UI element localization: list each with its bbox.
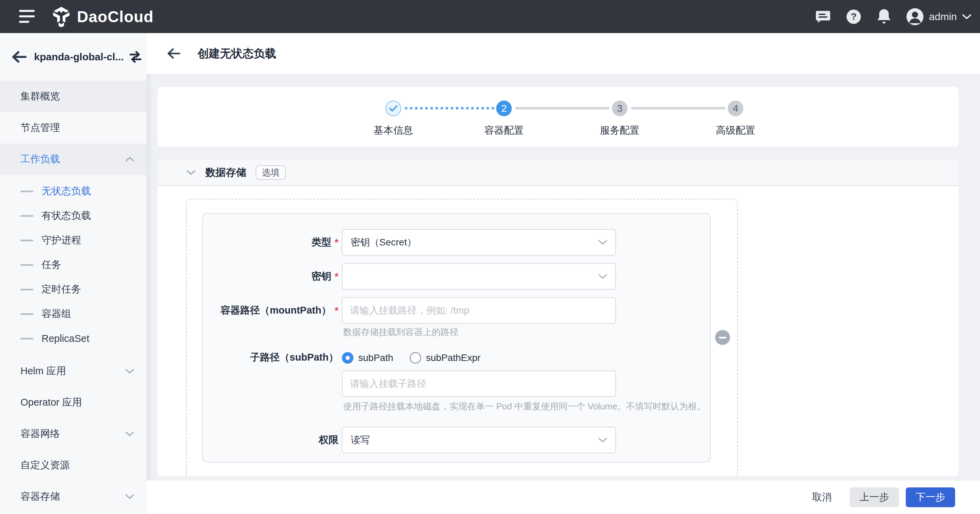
section-data-storage-header[interactable]: 数据存储 选填 xyxy=(158,160,959,186)
sidebar-item-pods[interactable]: 容器组 xyxy=(0,302,146,326)
chevron-down-icon xyxy=(598,437,607,443)
help-icon[interactable]: ? xyxy=(846,9,862,24)
messages-icon[interactable] xyxy=(815,9,831,24)
sidebar-item-helm-apps[interactable]: Helm 应用 xyxy=(0,356,146,387)
svg-text:?: ? xyxy=(851,11,857,22)
step-4-circle[interactable]: 4 xyxy=(728,101,743,116)
step-3-circle[interactable]: 3 xyxy=(612,101,628,116)
optional-badge: 选填 xyxy=(256,165,286,180)
avatar xyxy=(907,8,923,25)
sidebar-item-workloads[interactable]: 工作负载 xyxy=(0,144,146,175)
step-connector xyxy=(515,107,609,109)
type-label: 类型* xyxy=(203,229,339,255)
sidebar-item-replicasets[interactable]: ReplicaSet xyxy=(0,326,146,351)
dash-icon xyxy=(21,264,33,266)
chevron-down-icon xyxy=(598,239,607,245)
brand-name: DaoCloud xyxy=(77,8,154,26)
page-back-button[interactable] xyxy=(167,48,180,59)
sidebar-item-container-network[interactable]: 容器网络 xyxy=(0,418,146,450)
step-3-label: 服务配置 xyxy=(579,124,660,137)
volume-item-card: 类型* 密钥（Secret） 密钥* xyxy=(202,213,711,463)
sub-path-label: 子路径（subPath） xyxy=(203,344,339,371)
sidebar: kpanda-global-cl... 集群概览 节点管理 工作负载 无状态负载 xyxy=(0,33,146,514)
secret-select[interactable] xyxy=(342,263,616,290)
hamburger-menu-button[interactable] xyxy=(19,9,35,24)
sidebar-item-operator-apps[interactable]: Operator 应用 xyxy=(0,387,146,418)
next-step-button[interactable]: 下一步 xyxy=(906,487,955,507)
workload-submenu: 无状态负载 有状态负载 守护进程 任务 定时任务 容器组 ReplicaSet xyxy=(0,179,146,351)
sub-path-input[interactable] xyxy=(342,370,616,397)
subpath-radio[interactable] xyxy=(342,352,353,364)
dash-icon xyxy=(21,313,33,315)
type-select-value: 密钥（Secret） xyxy=(351,236,598,249)
dash-icon xyxy=(21,239,33,241)
sidebar-nav: 集群概览 节点管理 工作负载 无状态负载 有状态负载 守护进程 任务 定时任务 … xyxy=(0,81,146,512)
form-card: 数据存储 选填 类型* 密钥（Secret） 密钥* xyxy=(158,160,959,476)
cluster-name: kpanda-global-cl... xyxy=(34,51,124,63)
cancel-button[interactable]: 取消 xyxy=(809,490,835,504)
previous-step-button[interactable]: 上一步 xyxy=(850,487,899,507)
stepper: 2 3 4 基本信息 容器配置 服务配置 高级配置 xyxy=(158,87,959,147)
subpathexpr-radio-label[interactable]: subPathExpr xyxy=(426,353,480,363)
notifications-icon[interactable] xyxy=(877,8,891,25)
step-connector-done xyxy=(405,107,495,109)
step-1-label: 基本信息 xyxy=(352,124,434,137)
permission-select-value: 读写 xyxy=(351,434,598,447)
brand[interactable]: DaoCloud xyxy=(52,0,154,33)
permission-label: 权限 xyxy=(203,427,339,453)
section-title: 数据存储 xyxy=(205,166,246,180)
chevron-down-icon xyxy=(125,494,134,500)
dash-icon xyxy=(21,338,33,340)
cluster-header: kpanda-global-cl... xyxy=(0,33,146,81)
sub-path-radio-group: subPath subPathExpr xyxy=(342,352,480,364)
chevron-down-icon xyxy=(125,431,134,437)
mount-path-helper: 数据存储挂载到容器上的路径 xyxy=(343,326,458,338)
page-title: 创建无状态负载 xyxy=(197,46,276,61)
sidebar-item-custom-resources[interactable]: 自定义资源 xyxy=(0,450,146,481)
step-2-label: 容器配置 xyxy=(463,124,545,137)
subpathexpr-radio[interactable] xyxy=(410,352,421,364)
step-1-done-check-icon[interactable] xyxy=(385,101,401,116)
cluster-back-button[interactable] xyxy=(11,51,27,63)
sidebar-item-cronjobs[interactable]: 定时任务 xyxy=(0,277,146,302)
required-asterisk: * xyxy=(335,271,339,282)
subpath-radio-label[interactable]: subPath xyxy=(358,353,393,363)
sidebar-item-cluster-overview[interactable]: 集群概览 xyxy=(0,81,146,112)
dash-icon xyxy=(21,289,33,291)
dash-icon xyxy=(21,190,33,192)
sidebar-item-daemonsets[interactable]: 守护进程 xyxy=(0,228,146,252)
mount-path-input[interactable] xyxy=(342,297,616,324)
topbar: DaoCloud ? admin xyxy=(0,0,980,33)
required-asterisk: * xyxy=(335,305,339,316)
chevron-down-icon xyxy=(125,369,134,374)
dash-icon xyxy=(21,215,33,217)
user-menu[interactable]: admin xyxy=(907,8,971,25)
topbar-actions: ? admin xyxy=(815,0,971,33)
sidebar-item-statefulsets[interactable]: 有状态负载 xyxy=(0,203,146,228)
sidebar-item-jobs[interactable]: 任务 xyxy=(0,252,146,277)
cluster-switch-icon[interactable] xyxy=(129,51,142,63)
chevron-up-icon xyxy=(125,156,134,162)
sidebar-item-deployments[interactable]: 无状态负载 xyxy=(0,179,146,203)
sub-path-helper: 使用子路径挂载本地磁盘，实现在单一 Pod 中重复使用同一个 Volume。不填… xyxy=(343,401,706,412)
page-header: 创建无状态负载 xyxy=(146,33,980,74)
chevron-down-icon xyxy=(962,14,971,19)
wizard-footer: 取消 上一步 下一步 xyxy=(146,480,980,514)
username: admin xyxy=(929,11,957,22)
app-root: DaoCloud ? admin xyxy=(0,0,980,514)
permission-select[interactable]: 读写 xyxy=(342,427,616,453)
step-connector xyxy=(631,107,725,109)
chevron-down-icon xyxy=(598,274,607,279)
remove-volume-button[interactable] xyxy=(715,330,730,345)
daocloud-logo-icon xyxy=(52,6,71,27)
volume-group: 类型* 密钥（Secret） 密钥* xyxy=(186,199,738,476)
secret-label: 密钥* xyxy=(203,263,339,290)
mount-path-label: 容器路径（mountPath）* xyxy=(203,297,339,324)
type-select[interactable]: 密钥（Secret） xyxy=(342,229,616,255)
step-2-circle[interactable]: 2 xyxy=(496,101,512,116)
step-4-label: 高级配置 xyxy=(695,124,776,137)
sidebar-item-node-management[interactable]: 节点管理 xyxy=(0,112,146,144)
sidebar-item-container-storage[interactable]: 容器存储 xyxy=(0,481,146,512)
required-asterisk: * xyxy=(335,237,339,248)
chevron-down-icon xyxy=(186,169,196,176)
